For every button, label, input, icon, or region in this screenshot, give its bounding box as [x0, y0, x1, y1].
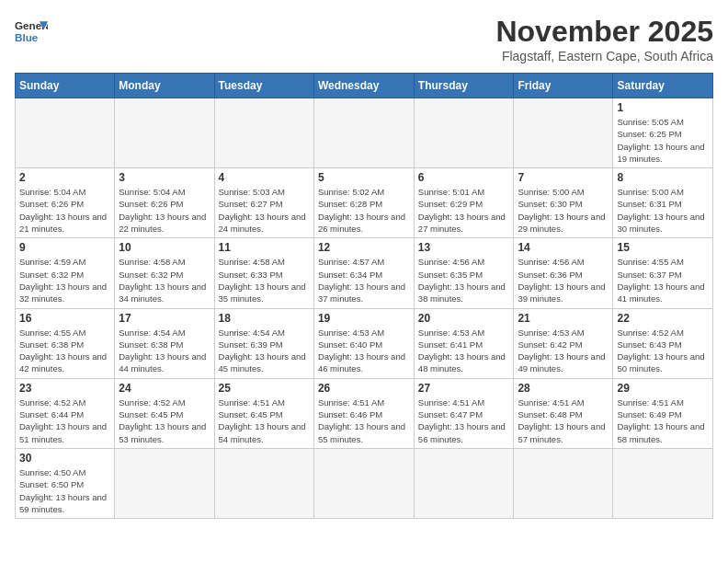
day-18: 18 Sunrise: 4:54 AM Sunset: 6:39 PM Dayl…: [214, 308, 313, 378]
day-14: 14 Sunrise: 4:56 AM Sunset: 6:36 PM Dayl…: [514, 238, 613, 308]
empty-cell: [313, 448, 414, 518]
day-12: 12 Sunrise: 4:57 AM Sunset: 6:34 PM Dayl…: [313, 238, 414, 308]
empty-cell: [214, 98, 313, 168]
day-9: 9 Sunrise: 4:59 AM Sunset: 6:32 PM Dayli…: [16, 238, 115, 308]
empty-cell: [115, 448, 214, 518]
day-28: 28 Sunrise: 4:51 AM Sunset: 6:48 PM Dayl…: [514, 378, 613, 448]
empty-cell: [414, 448, 514, 518]
col-tuesday: Tuesday: [214, 74, 313, 98]
month-title: November 2025: [495, 15, 713, 49]
day-2: 2 Sunrise: 5:04 AM Sunset: 6:26 PM Dayli…: [16, 168, 115, 238]
svg-text:Blue: Blue: [15, 31, 39, 43]
calendar-row-5: 23 Sunrise: 4:52 AM Sunset: 6:44 PM Dayl…: [16, 378, 713, 448]
calendar-row-6: 30 Sunrise: 4:50 AM Sunset: 6:50 PM Dayl…: [16, 448, 713, 518]
empty-cell: [214, 448, 313, 518]
logo-icon: General Blue: [15, 15, 48, 48]
calendar-table: Sunday Monday Tuesday Wednesday Thursday…: [15, 73, 713, 519]
col-wednesday: Wednesday: [313, 74, 414, 98]
day-3: 3 Sunrise: 5:04 AM Sunset: 6:26 PM Dayli…: [115, 168, 214, 238]
logo: General Blue: [15, 15, 48, 48]
col-sunday: Sunday: [16, 74, 115, 98]
day-21: 21 Sunrise: 4:53 AM Sunset: 6:42 PM Dayl…: [514, 308, 613, 378]
empty-cell: [514, 448, 613, 518]
day-23: 23 Sunrise: 4:52 AM Sunset: 6:44 PM Dayl…: [16, 378, 115, 448]
day-25: 25 Sunrise: 4:51 AM Sunset: 6:45 PM Dayl…: [214, 378, 313, 448]
empty-cell: [613, 448, 713, 518]
location-subtitle: Flagstaff, Eastern Cape, South Africa: [495, 49, 713, 63]
day-7: 7 Sunrise: 5:00 AM Sunset: 6:30 PM Dayli…: [514, 168, 613, 238]
calendar-row-4: 16 Sunrise: 4:55 AM Sunset: 6:38 PM Dayl…: [16, 308, 713, 378]
day-17: 17 Sunrise: 4:54 AM Sunset: 6:38 PM Dayl…: [115, 308, 214, 378]
empty-cell: [414, 98, 514, 168]
col-monday: Monday: [115, 74, 214, 98]
day-10: 10 Sunrise: 4:58 AM Sunset: 6:32 PM Dayl…: [115, 238, 214, 308]
day-1: 1 Sunrise: 5:05 AM Sunset: 6:25 PM Dayli…: [613, 98, 713, 168]
empty-cell: [313, 98, 414, 168]
day-6: 6 Sunrise: 5:01 AM Sunset: 6:29 PM Dayli…: [414, 168, 514, 238]
day-19: 19 Sunrise: 4:53 AM Sunset: 6:40 PM Dayl…: [313, 308, 414, 378]
day-4: 4 Sunrise: 5:03 AM Sunset: 6:27 PM Dayli…: [214, 168, 313, 238]
day-15: 15 Sunrise: 4:55 AM Sunset: 6:37 PM Dayl…: [613, 238, 713, 308]
calendar-row-1: 1 Sunrise: 5:05 AM Sunset: 6:25 PM Dayli…: [16, 98, 713, 168]
day-8: 8 Sunrise: 5:00 AM Sunset: 6:31 PM Dayli…: [613, 168, 713, 238]
col-thursday: Thursday: [414, 74, 514, 98]
day-5: 5 Sunrise: 5:02 AM Sunset: 6:28 PM Dayli…: [313, 168, 414, 238]
day-27: 27 Sunrise: 4:51 AM Sunset: 6:47 PM Dayl…: [414, 378, 514, 448]
day-13: 13 Sunrise: 4:56 AM Sunset: 6:35 PM Dayl…: [414, 238, 514, 308]
day-22: 22 Sunrise: 4:52 AM Sunset: 6:43 PM Dayl…: [613, 308, 713, 378]
calendar-row-2: 2 Sunrise: 5:04 AM Sunset: 6:26 PM Dayli…: [16, 168, 713, 238]
day-16: 16 Sunrise: 4:55 AM Sunset: 6:38 PM Dayl…: [16, 308, 115, 378]
day-24: 24 Sunrise: 4:52 AM Sunset: 6:45 PM Dayl…: [115, 378, 214, 448]
col-friday: Friday: [514, 74, 613, 98]
day-29: 29 Sunrise: 4:51 AM Sunset: 6:49 PM Dayl…: [613, 378, 713, 448]
empty-cell: [514, 98, 613, 168]
empty-cell: [115, 98, 214, 168]
col-saturday: Saturday: [613, 74, 713, 98]
calendar-row-3: 9 Sunrise: 4:59 AM Sunset: 6:32 PM Dayli…: [16, 238, 713, 308]
day-20: 20 Sunrise: 4:53 AM Sunset: 6:41 PM Dayl…: [414, 308, 514, 378]
day-30: 30 Sunrise: 4:50 AM Sunset: 6:50 PM Dayl…: [16, 448, 115, 518]
empty-cell: [16, 98, 115, 168]
day-26: 26 Sunrise: 4:51 AM Sunset: 6:46 PM Dayl…: [313, 378, 414, 448]
page-header: General Blue November 2025 Flagstaff, Ea…: [15, 15, 713, 63]
day-11: 11 Sunrise: 4:58 AM Sunset: 6:33 PM Dayl…: [214, 238, 313, 308]
title-area: November 2025 Flagstaff, Eastern Cape, S…: [495, 15, 713, 63]
